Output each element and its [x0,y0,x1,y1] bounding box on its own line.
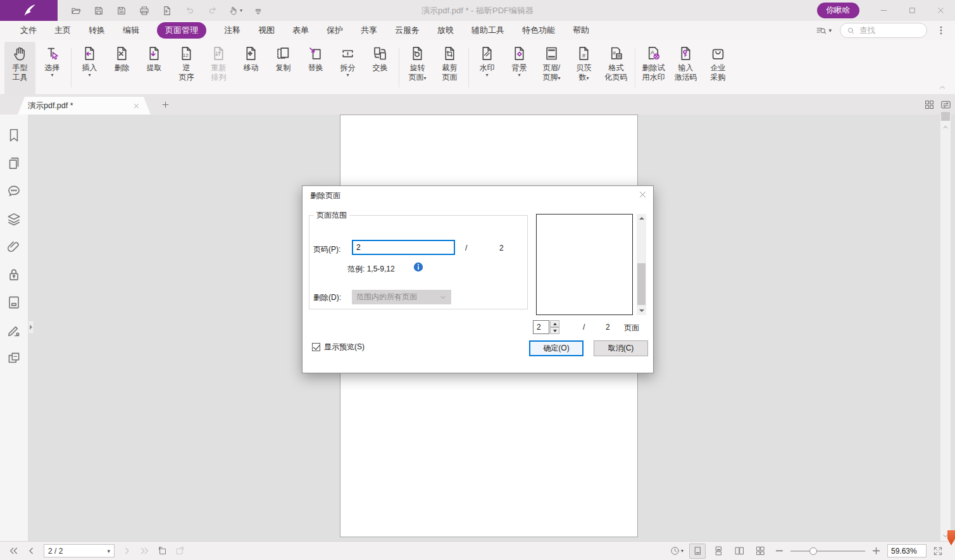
tab-strip-button[interactable] [923,99,935,111]
menu-tab[interactable]: 帮助 [573,21,589,40]
ribbon-button[interactable]: 移动▾ [235,42,266,96]
menu-tab[interactable]: 页面管理 [157,22,206,39]
qat-button[interactable]: ▾ [180,3,199,19]
qat-button[interactable]: ▾ [158,3,176,19]
page-number-input[interactable] [352,240,455,255]
kebab-menu-icon[interactable] [935,25,947,36]
security-icon[interactable] [6,266,22,283]
menu-tab[interactable]: 注释 [224,21,240,40]
ribbon-button[interactable]: 拆分▾ [332,42,363,96]
ribbon-button[interactable]: 水印▾ [471,42,502,96]
ribbon-button[interactable]: 提取▾ [139,42,170,96]
view-mode-button[interactable]: ▾ [710,544,727,559]
window-control-button[interactable] [927,0,955,21]
zoom-slider[interactable] [790,545,865,557]
layers-icon[interactable] [6,211,22,227]
ribbon-button[interactable]: 删除▾ [106,42,137,96]
ribbon-button[interactable]: 交换▾ [365,42,396,96]
spin-up-button[interactable] [550,320,559,327]
qat-button[interactable]: ▾ [112,3,130,19]
ribbon-button[interactable]: 重新 排列▾ [203,42,234,96]
menu-tab[interactable]: 特色功能 [522,21,555,40]
ribbon-button[interactable]: A 删除试 用水印▾ [638,42,669,96]
bookmarks-icon[interactable] [6,127,22,144]
zoom-in-icon[interactable] [871,545,882,556]
view-mode-button[interactable]: ▾ [731,544,747,559]
view-mode-button[interactable]: ▾ [689,544,706,559]
ribbon-button[interactable]: 背景▾ [504,42,535,96]
comments-icon[interactable] [6,183,22,199]
ribbon-button[interactable]: 插入▾ [74,42,105,96]
menu-tab[interactable]: 编辑 [123,21,139,40]
ribbon-button[interactable]: 页眉/ 页脚▾ [536,42,567,96]
fullscreen-icon[interactable] [932,545,944,557]
zoom-level-box[interactable]: 59.63% [887,544,927,557]
ribbon-button[interactable]: 替换▾ [300,42,331,96]
menu-tab[interactable]: 共享 [361,21,377,40]
panel-expand-handle[interactable] [28,320,34,334]
ribbon-button[interactable]: 复制▾ [268,42,299,96]
qat-button[interactable]: ▾ [135,3,153,19]
show-preview-checkbox[interactable]: 显示预览(S) [312,342,365,352]
preview-scrollbar[interactable] [637,214,646,315]
page-thumbnails-icon[interactable] [6,155,22,171]
ribbon-button[interactable]: 选择▾ [37,42,68,96]
last-page-icon[interactable] [139,545,150,556]
collapse-ribbon-button[interactable] [937,83,947,92]
window-control-button[interactable] [898,0,927,21]
preview-scroll-down-icon[interactable] [637,306,646,315]
ribbon-button[interactable]: 裁剪 页面▾ [434,42,465,96]
ribbon-button[interactable]: # 格式 化页码▾ [601,42,632,96]
ribbon-button[interactable]: 旋转 页面▾ [402,42,433,96]
next-view-icon[interactable] [175,545,185,556]
menu-tab[interactable]: 保护 [327,21,343,40]
vertical-scrollbar[interactable] [940,115,951,541]
ribbon-button[interactable]: # 贝茨 数▾ [568,42,599,96]
find-options-button[interactable]: ▾ [815,25,832,37]
ribbon-button[interactable]: 手型 工具▾ [4,42,35,96]
menu-tab[interactable]: 主页 [54,21,71,40]
document-tab[interactable]: 演示pdf.pdf * [18,97,151,115]
scrollbar-thumb[interactable] [941,112,950,121]
search-box[interactable] [840,23,927,38]
qat-button[interactable]: ▾ [89,3,108,19]
close-dialog-icon[interactable] [638,190,647,199]
view-mode-button[interactable]: ▾ [668,544,685,559]
first-page-icon[interactable] [8,545,19,556]
menu-tab[interactable]: 视图 [258,21,275,40]
ribbon-button[interactable]: 12 逆 页序▾ [171,42,202,96]
qat-button[interactable]: ▾ [249,3,267,19]
account-button[interactable]: 你瞅啥 [817,3,860,18]
window-control-button[interactable] [870,0,898,21]
previous-view-icon[interactable] [157,545,168,556]
tab-strip-button[interactable] [940,99,952,111]
attachments-icon[interactable] [6,239,22,255]
zoom-slider-thumb[interactable] [809,547,817,555]
preview-scrollbar-thumb[interactable] [637,263,646,305]
qat-button[interactable]: ▾ [66,3,85,19]
menu-tab[interactable]: 辅助工具 [471,21,504,40]
ribbon-button[interactable]: 输入 激活码▾ [670,42,701,96]
zoom-out-icon[interactable] [774,545,785,556]
view-mode-button[interactable]: ▾ [752,544,768,559]
ok-button[interactable]: 确定(O) [529,340,584,356]
menu-tab[interactable]: 转换 [89,21,105,40]
page-number-box[interactable]: 2 / 2 ▾ [44,544,115,557]
search-input[interactable] [858,25,921,35]
menu-tab[interactable]: 表单 [292,21,309,40]
destinations-icon[interactable] [6,294,22,311]
spin-down-button[interactable] [550,327,559,334]
app-logo[interactable] [0,0,58,21]
info-icon[interactable] [413,262,423,272]
qat-button[interactable]: ▾ [226,3,244,19]
scroll-up-icon[interactable] [942,123,949,131]
new-tab-button[interactable] [161,100,170,109]
qat-button[interactable]: ▾ [203,3,222,19]
content-icon[interactable] [6,350,22,366]
close-tab-icon[interactable] [132,102,140,110]
menu-tab[interactable]: 文件 [20,21,37,40]
preview-scroll-up-icon[interactable] [637,214,646,223]
menu-tab[interactable]: 放映 [437,21,454,40]
next-page-icon[interactable] [122,545,132,556]
cancel-button[interactable]: 取消(C) [594,340,648,356]
